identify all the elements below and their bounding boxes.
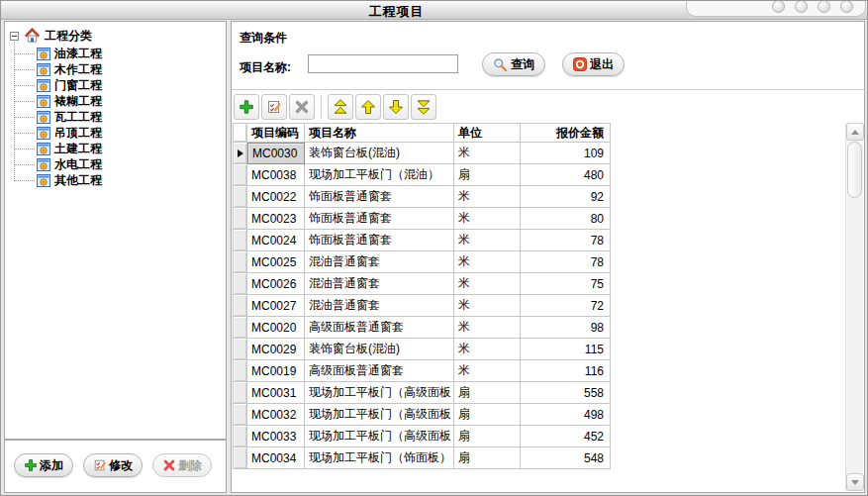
search-button[interactable]: 查询 [482,52,545,76]
table-row[interactable]: MC0027混油普通窗套米72 [233,295,611,317]
cell-code[interactable]: MC0024 [247,230,305,251]
cell-unit[interactable]: 扇 [454,382,521,404]
table-row[interactable]: MC0034现场加工平板门（饰面板）扇548 [233,447,611,469]
cell-price[interactable]: 75 [521,273,611,295]
window-control-button[interactable] [818,0,830,13]
table-row[interactable]: MC0025混油普通窗套米78 [233,251,611,273]
project-name-input[interactable] [308,54,458,73]
table-row[interactable]: MC0026混油普通窗套米75 [233,273,611,295]
table-row[interactable]: MC0023饰面板普通窗套米80 [233,208,611,230]
table-row[interactable]: MC0029装饰窗台板(混油)米115 [233,339,611,360]
cell-name[interactable]: 混油普通窗套 [305,273,454,295]
row-indicator-cell[interactable] [233,404,247,426]
row-indicator-cell[interactable] [233,447,247,469]
vertical-scrollbar[interactable] [845,123,863,491]
cell-unit[interactable]: 米 [454,317,521,339]
row-indicator-cell[interactable] [233,382,247,404]
cell-unit[interactable]: 米 [454,186,521,208]
cell-name[interactable]: 混油普通窗套 [305,295,454,317]
cell-code[interactable]: MC0038 [247,164,305,186]
cell-code[interactable]: MC0032 [247,404,305,426]
cell-price[interactable]: 116 [521,360,611,382]
toolbar-move-up-button[interactable] [355,94,381,120]
toolbar-move-down-button[interactable] [383,94,409,120]
cell-name[interactable]: 高级面板普通窗套 [305,317,454,339]
cell-unit[interactable]: 米 [454,273,521,295]
tree-root-node[interactable]: 工程分类 [10,27,92,45]
cell-code[interactable]: MC0030 [247,143,305,164]
delete-button[interactable]: 删除 [152,453,212,477]
cell-unit[interactable]: 米 [454,208,521,230]
row-indicator-cell[interactable] [233,295,247,317]
add-button[interactable]: 添加 [14,453,73,477]
cell-unit[interactable]: 米 [454,339,521,360]
scroll-up-button[interactable] [846,123,864,141]
tree-item[interactable]: 木作工程 [5,61,226,77]
cell-code[interactable]: MC0027 [247,295,305,317]
toolbar-move-bottom-button[interactable] [411,94,436,120]
table-row[interactable]: MC0038现场加工平板门（混油）扇480 [233,164,611,186]
edit-button[interactable]: 修改 [83,453,143,477]
row-indicator-cell[interactable] [233,143,247,164]
row-indicator-cell[interactable] [233,426,247,447]
toolbar-move-top-button[interactable] [328,94,353,120]
cell-code[interactable]: MC0034 [247,447,305,469]
cell-name[interactable]: 装饰窗台板(混油) [305,339,454,360]
cell-price[interactable]: 92 [521,186,611,208]
cell-price[interactable]: 78 [521,251,611,273]
cell-code[interactable]: MC0029 [247,339,305,360]
window-control-button[interactable] [772,0,785,13]
table-row[interactable]: MC0032现场加工平板门（高级面板扇498 [233,404,611,426]
cell-price[interactable]: 548 [521,447,611,469]
cell-unit[interactable]: 米 [454,230,521,251]
table-row[interactable]: MC0033现场加工平板门（高级面板扇452 [233,426,611,447]
table-row[interactable]: MC0022饰面板普通窗套米92 [233,186,611,208]
cell-unit[interactable]: 扇 [454,426,521,447]
tree-item[interactable]: 裱糊工程 [5,93,226,109]
row-indicator-cell[interactable] [233,273,247,295]
cell-unit[interactable]: 扇 [454,164,521,186]
window-control-button[interactable] [840,0,853,13]
cell-price[interactable]: 98 [521,317,611,339]
toolbar-edit-button[interactable] [261,94,287,120]
cell-code[interactable]: MC0019 [247,360,305,382]
row-indicator-cell[interactable] [233,186,247,208]
table-row[interactable]: MC0020高级面板普通窗套米98 [233,317,611,339]
scrollbar-thumb[interactable] [847,142,862,198]
tree-item[interactable]: 水电工程 [5,156,226,172]
cell-code[interactable]: MC0022 [247,186,305,208]
tree-item[interactable]: 门窗工程 [5,77,226,93]
tree-item[interactable]: 吊顶工程 [5,125,226,141]
cell-name[interactable]: 现场加工平板门（饰面板） [305,447,454,469]
cell-price[interactable]: 78 [521,230,611,251]
cell-name[interactable]: 现场加工平板门（高级面板 [305,382,454,404]
cell-unit[interactable]: 扇 [454,447,521,469]
cell-name[interactable]: 饰面板普通窗套 [305,230,454,251]
cell-price[interactable]: 109 [521,143,611,164]
cell-code[interactable]: MC0031 [247,382,305,404]
cell-name[interactable]: 饰面板普通窗套 [305,208,454,230]
row-indicator-cell[interactable] [233,251,247,273]
cell-name[interactable]: 现场加工平板门（混油） [305,164,454,186]
collapse-minus-icon[interactable] [10,32,19,41]
tree-item[interactable]: 油漆工程 [5,46,226,61]
exit-button[interactable]: 退出 [562,52,625,76]
cell-price[interactable]: 480 [521,164,611,186]
cell-unit[interactable]: 米 [454,360,521,382]
row-indicator-cell[interactable] [233,360,247,382]
cell-code[interactable]: MC0020 [247,317,305,339]
tree-item[interactable]: 其他工程 [5,172,226,188]
cell-price[interactable]: 498 [521,404,611,426]
cell-price[interactable]: 452 [521,426,611,447]
scroll-down-button[interactable] [846,473,864,491]
table-row[interactable]: MC0031现场加工平板门（高级面板扇558 [233,382,611,404]
tree-item[interactable]: 土建工程 [5,141,226,156]
tree-item[interactable]: 瓦工工程 [5,109,226,125]
cell-name[interactable]: 现场加工平板门（高级面板 [305,426,454,447]
cell-code[interactable]: MC0026 [247,273,305,295]
cell-unit[interactable]: 扇 [454,404,521,426]
toolbar-add-button[interactable] [234,94,259,120]
toolbar-delete-button[interactable] [289,94,315,120]
table-row[interactable]: MC0024饰面板普通窗套米78 [233,230,611,251]
cell-price[interactable]: 115 [521,339,611,360]
